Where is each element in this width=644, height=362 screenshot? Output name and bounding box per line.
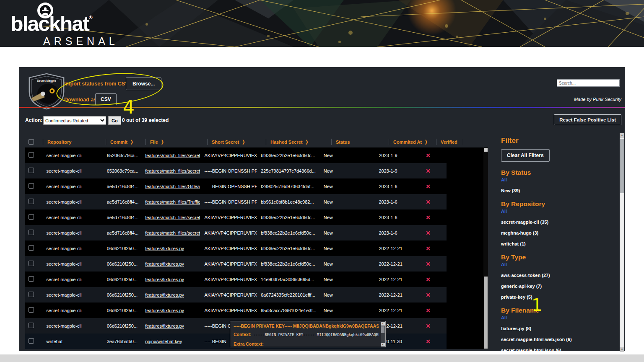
file-link[interactable]: features/match_files/secret-rr [145, 153, 200, 158]
table-row[interactable]: secret-magpie-cli 06d6210f250... feature… [25, 303, 447, 318]
filter-scrollbar[interactable]: ▲ ▼ [620, 133, 624, 352]
row-checkbox[interactable] [29, 292, 34, 297]
table-scrollbar[interactable] [483, 147, 488, 349]
column-header[interactable]: Status [331, 139, 389, 145]
secret-detail-tooltip: -----BEGIN PRIVATE KEY----- MIIJQQIBADAN… [230, 321, 386, 347]
file-link[interactable]: features/match_files/secret-rr [145, 230, 200, 235]
tooltip-scrollbar[interactable]: ▲ ▼ [381, 322, 385, 346]
secrets-table: Repository Commit ❯ File ❯ Short Secret … [25, 136, 483, 349]
table-row[interactable]: secret-magpie-cli 06d6210f250... feature… [25, 272, 447, 287]
table-row[interactable]: secret-magpie-cli ae5d716c8ff4... featur… [25, 225, 447, 240]
verified-x-icon: ✕ [420, 199, 447, 205]
filter-all-link[interactable]: All [501, 209, 620, 214]
cell-commit: 06d6210f250... [103, 277, 141, 282]
cell-hashed-secret: f289025c16d970634fdaf... [257, 184, 319, 189]
row-checkbox[interactable] [29, 323, 34, 328]
clear-all-filters-button[interactable]: Clear All Filters [501, 149, 550, 162]
table-body: secret-magpie-cli 652063c79ca... feature… [25, 147, 483, 349]
row-checkbox[interactable] [29, 152, 34, 158]
filter-item[interactable]: New (39) [501, 188, 620, 193]
column-header[interactable]: Short Secret ❯ [207, 139, 266, 145]
table-row[interactable]: secret-magpie-cli 06d6210f250... feature… [25, 240, 447, 256]
row-checkbox[interactable] [29, 276, 34, 282]
column-header[interactable]: File ❯ [145, 139, 207, 145]
filter-item[interactable]: fixtures.py (8) [501, 326, 620, 331]
file-link[interactable]: features/match_files/Trufflehc [145, 199, 200, 204]
table-scrollbar-thumb[interactable] [484, 277, 488, 349]
filter-item[interactable]: generic-api-key (7) [501, 284, 620, 289]
file-link[interactable]: features/match_files/secret-rr [145, 215, 200, 220]
cell-repository: secret-magpie-cli [42, 184, 103, 189]
row-checkbox[interactable] [29, 307, 34, 313]
file-link[interactable]: features/match_files/secret-rr [145, 168, 200, 173]
filter-item[interactable]: private-key (5) [501, 295, 620, 300]
filter-item[interactable]: aws-access-token (27) [501, 273, 620, 278]
blackhat-arsenal-banner: blackhat® ARSENAL [0, 0, 644, 47]
filter-item[interactable]: writehat (1) [501, 241, 620, 246]
row-checkbox[interactable] [29, 168, 34, 173]
cell-repository: secret-magpie-cli [42, 246, 103, 251]
row-checkbox[interactable] [29, 199, 34, 204]
column-header-label: Commited At [393, 140, 422, 145]
filter-all-link[interactable]: All [501, 177, 620, 182]
select-all-checkbox[interactable] [29, 139, 34, 145]
file-link[interactable]: nginx/writehat.key [145, 339, 182, 344]
filter-item[interactable]: secret-magpie-html.json (6) [501, 348, 620, 352]
file-link[interactable]: features/fixtures.py [145, 323, 184, 328]
column-header[interactable]: Verified [436, 139, 463, 145]
cell-commited-at: 2022-12-21 [374, 308, 420, 313]
table-header-row: Repository Commit ❯ File ❯ Short Secret … [25, 136, 483, 147]
tooltip-scrollbar-thumb[interactable] [381, 326, 384, 333]
csv-download-button[interactable]: CSV [95, 93, 117, 105]
file-link[interactable]: features/fixtures.py [145, 277, 184, 282]
filter-all-link[interactable]: All [501, 315, 620, 320]
row-checkbox[interactable] [29, 230, 34, 235]
filter-scroll-up-icon[interactable]: ▲ [620, 133, 624, 138]
column-header[interactable]: Commited At ❯ [389, 139, 436, 145]
filter-item[interactable]: secret-magpie-cli (35) [501, 220, 620, 225]
browse-button[interactable]: Browse... [126, 78, 161, 90]
action-select[interactable]: Confirmed as Rotated [43, 116, 106, 125]
verified-x-icon: ✕ [420, 323, 447, 329]
table-row[interactable]: secret-magpie-cli ae5d716c8ff4... featur… [25, 209, 447, 225]
file-link[interactable]: features/fixtures.py [145, 292, 184, 297]
row-checkbox[interactable] [29, 261, 34, 266]
table-row[interactable]: secret-magpie-cli 06d6210f250... feature… [25, 256, 447, 272]
filter-item[interactable]: secret-magpie-html-web.json (6) [501, 337, 620, 342]
column-header[interactable]: Repository [43, 139, 106, 145]
tooltip-scroll-down-icon[interactable]: ▼ [381, 343, 385, 346]
search-input[interactable] [557, 79, 620, 87]
cell-short-secret: -----BEGIN OPENSSH PR... [200, 168, 257, 173]
column-header[interactable]: Commit ❯ [106, 139, 145, 145]
filter-item[interactable]: meghna-hugo (3) [501, 230, 620, 235]
cell-status: New [319, 168, 375, 173]
cell-repository: secret-magpie-cli [42, 261, 103, 266]
table-row[interactable]: secret-magpie-cli 652063c79ca... feature… [25, 163, 447, 178]
row-checkbox[interactable] [29, 245, 34, 251]
cell-status: New [319, 308, 375, 313]
cell-status: New [319, 215, 375, 220]
row-checkbox[interactable] [29, 338, 34, 344]
cell-repository: writehat [42, 339, 103, 344]
row-checkbox[interactable] [29, 214, 34, 220]
filter-scroll-down-icon[interactable]: ▼ [620, 347, 624, 352]
sort-chevron-icon: ❯ [425, 140, 428, 145]
file-link[interactable]: features/fixtures.py [145, 308, 184, 313]
filter-all-link[interactable]: All [501, 262, 620, 267]
reset-false-positive-button[interactable]: Reset False Positive List [554, 114, 621, 125]
table-row[interactable]: secret-magpie-cli 06d6210f250... feature… [25, 287, 447, 303]
file-link[interactable]: features/match_files/Gitleaks. [145, 184, 200, 189]
table-row[interactable]: secret-magpie-cli ae5d716c8ff4... featur… [25, 194, 447, 209]
column-header[interactable]: Hashed Secret ❯ [266, 139, 331, 145]
row-checkbox[interactable] [29, 183, 34, 189]
go-button[interactable]: Go [108, 116, 121, 125]
table-scroll-up-button[interactable] [484, 148, 488, 152]
filter-scrollbar-thumb[interactable] [620, 139, 624, 193]
sort-chevron-icon: ❯ [130, 140, 133, 145]
table-row[interactable]: secret-magpie-cli ae5d716c8ff4... featur… [25, 178, 447, 194]
tooltip-scroll-up-icon[interactable]: ▲ [381, 322, 385, 326]
table-row[interactable]: secret-magpie-cli 652063c79ca... feature… [25, 147, 447, 163]
file-link[interactable]: features/fixtures.py [145, 246, 184, 251]
cell-commited-at: 2022-12-21 [374, 292, 420, 297]
file-link[interactable]: features/fixtures.py [145, 261, 184, 266]
